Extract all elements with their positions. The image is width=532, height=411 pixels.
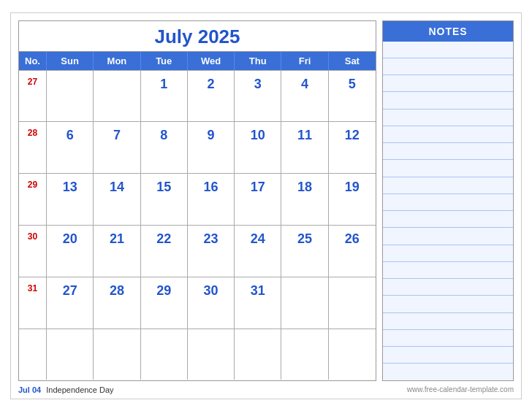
holiday-date: Jul 04 xyxy=(18,385,41,394)
cal-day-4-2: 29 xyxy=(141,277,188,329)
cal-day-5-0 xyxy=(47,329,94,380)
cal-day-0-4: 3 xyxy=(235,71,281,122)
cal-day-0-6: 5 xyxy=(329,71,376,122)
header-day-tue: Tue xyxy=(141,52,188,70)
cal-day-0-3: 2 xyxy=(188,71,235,122)
notes-line-2 xyxy=(383,75,513,92)
cal-day-2-4: 17 xyxy=(235,174,281,225)
cal-day-3-2: 22 xyxy=(141,226,188,277)
notes-line-4 xyxy=(383,110,513,126)
cal-week-row-4: 312728293031 xyxy=(19,277,376,329)
cal-day-1-6: 12 xyxy=(329,122,376,173)
notes-line-19 xyxy=(383,364,513,380)
calendar: July 2025 No. SunMonTueWedThuFriSat 2712… xyxy=(18,20,376,381)
header-day-sun: Sun xyxy=(47,52,94,70)
cal-day-1-3: 9 xyxy=(188,122,235,173)
header-day-sat: Sat xyxy=(329,52,376,70)
cal-day-4-4: 31 xyxy=(235,277,281,329)
cal-day-3-4: 24 xyxy=(235,226,281,277)
cal-week-row-2: 2913141516171819 xyxy=(19,173,376,225)
notes-line-7 xyxy=(383,160,513,177)
week-num-3: 30 xyxy=(19,226,47,277)
cal-day-3-5: 25 xyxy=(281,226,328,277)
notes-line-13 xyxy=(383,262,513,279)
notes-line-15 xyxy=(383,296,513,312)
cal-day-4-6 xyxy=(329,277,376,329)
notes-line-1 xyxy=(383,58,513,75)
header-week-num: No. xyxy=(19,52,47,70)
cal-week-row-0: 2712345 xyxy=(19,70,376,122)
cal-day-2-3: 16 xyxy=(188,174,235,225)
cal-day-4-1: 28 xyxy=(94,277,140,329)
week-num-2: 29 xyxy=(19,174,47,225)
cal-day-1-4: 10 xyxy=(235,122,281,173)
cal-day-2-1: 14 xyxy=(94,174,140,225)
cal-day-5-4 xyxy=(235,329,281,380)
cal-day-1-1: 7 xyxy=(94,122,140,173)
cal-day-1-0: 6 xyxy=(47,122,94,173)
notes-line-17 xyxy=(383,330,513,347)
cal-day-5-1 xyxy=(94,329,140,380)
notes-line-11 xyxy=(383,228,513,245)
footer-website: www.free-calendar-template.com xyxy=(407,385,514,393)
cal-day-0-0 xyxy=(47,71,94,122)
header-day-thu: Thu xyxy=(235,52,281,70)
header-day-wed: Wed xyxy=(188,52,235,70)
week-num-5 xyxy=(19,329,47,380)
cal-day-5-2 xyxy=(141,329,188,380)
cal-day-3-1: 21 xyxy=(94,226,140,277)
holiday-name: Independence Day xyxy=(46,385,113,394)
notes-line-9 xyxy=(383,194,513,211)
cal-day-2-2: 15 xyxy=(141,174,188,225)
week-num-4: 31 xyxy=(19,277,47,329)
cal-day-1-5: 11 xyxy=(281,122,328,173)
cal-day-2-5: 18 xyxy=(281,174,328,225)
cal-day-2-0: 13 xyxy=(47,174,94,225)
cal-day-0-1 xyxy=(94,71,140,122)
page: July 2025 No. SunMonTueWedThuFriSat 2712… xyxy=(10,12,522,399)
cal-day-5-5 xyxy=(281,329,328,380)
footer-holiday: Jul 04 Independence Day xyxy=(18,385,114,394)
cal-day-3-3: 23 xyxy=(188,226,235,277)
header-day-fri: Fri xyxy=(281,52,328,70)
footer: Jul 04 Independence Day www.free-calenda… xyxy=(18,385,514,394)
header-day-mon: Mon xyxy=(94,52,140,70)
notes-line-16 xyxy=(383,313,513,330)
cal-day-1-2: 8 xyxy=(141,122,188,173)
notes-line-18 xyxy=(383,347,513,364)
notes-line-10 xyxy=(383,211,513,228)
cal-day-4-5 xyxy=(281,277,328,329)
cal-day-4-3: 30 xyxy=(188,277,235,329)
notes-line-14 xyxy=(383,279,513,296)
notes-line-5 xyxy=(383,126,513,143)
calendar-grid: No. SunMonTueWedThuFriSat 27123452867891… xyxy=(19,52,376,380)
cal-week-row-3: 3020212223242526 xyxy=(19,225,376,277)
cal-week-row-5 xyxy=(19,329,376,380)
cal-day-0-5: 4 xyxy=(281,71,328,122)
notes-lines xyxy=(383,42,513,380)
notes-line-12 xyxy=(383,245,513,262)
notes-line-8 xyxy=(383,177,513,194)
notes-panel: NOTES xyxy=(382,20,514,381)
main-content: July 2025 No. SunMonTueWedThuFriSat 2712… xyxy=(18,20,514,381)
calendar-title: July 2025 xyxy=(19,21,376,52)
notes-line-6 xyxy=(383,143,513,160)
notes-line-3 xyxy=(383,92,513,109)
notes-header: NOTES xyxy=(383,21,513,42)
cal-day-2-6: 19 xyxy=(329,174,376,225)
cal-week-row-1: 286789101112 xyxy=(19,121,376,173)
cal-day-0-2: 1 xyxy=(141,71,188,122)
cal-day-3-0: 20 xyxy=(47,226,94,277)
week-num-1: 28 xyxy=(19,122,47,173)
cal-day-3-6: 26 xyxy=(329,226,376,277)
cal-day-4-0: 27 xyxy=(47,277,94,329)
calendar-header-row: No. SunMonTueWedThuFriSat xyxy=(19,52,376,70)
week-num-0: 27 xyxy=(19,71,47,122)
cal-day-5-6 xyxy=(329,329,376,380)
notes-line-0 xyxy=(383,42,513,58)
cal-day-5-3 xyxy=(188,329,235,380)
